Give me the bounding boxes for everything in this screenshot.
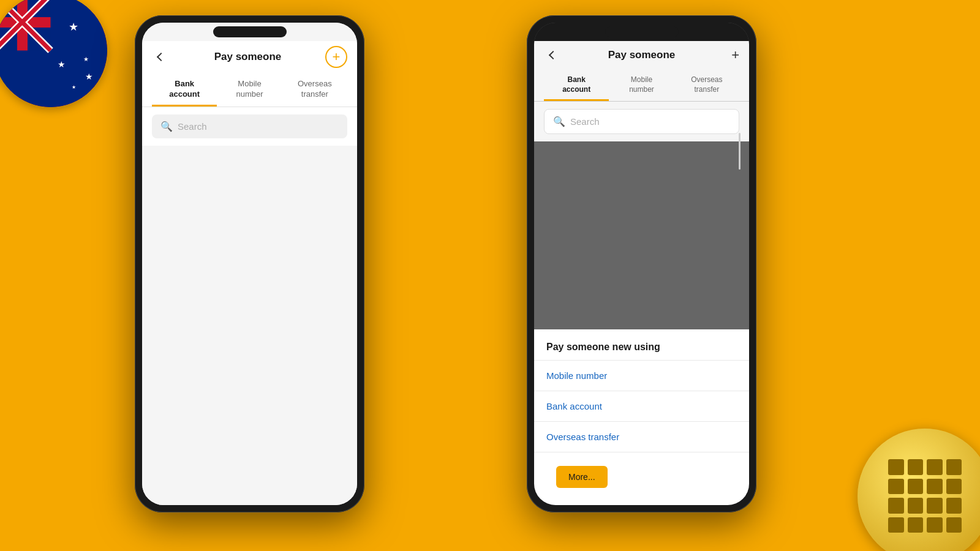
page-title-right: Pay someone (562, 49, 721, 61)
svg-text:★: ★ (72, 84, 76, 90)
back-button-right[interactable] (544, 46, 562, 64)
tab-mobile-number-right[interactable]: Mobile number (609, 69, 674, 101)
tab-bank-account-right[interactable]: Bank account (544, 69, 609, 101)
bottom-sheet-item-bank[interactable]: Bank account (534, 391, 749, 422)
back-button-left[interactable] (152, 48, 170, 66)
content-area-left (142, 146, 357, 505)
tab-bank-account-left[interactable]: Bank account (152, 73, 217, 107)
tabs-right: Bank account Mobile number Overseas tran… (534, 69, 749, 102)
bottom-sheet-item-mobile[interactable]: Mobile number (534, 361, 749, 391)
search-container-left: 🔍 Search (142, 107, 357, 146)
tab-overseas-transfer-right[interactable]: Overseas transfer (674, 69, 739, 101)
add-button-right[interactable]: + (721, 47, 739, 63)
tab-mobile-number-left[interactable]: Mobile number (217, 73, 282, 107)
au-flag-decoration: ★ ★ ★ ★ ★ (0, 0, 107, 107)
scrollbar-right (739, 133, 741, 170)
more-button[interactable]: More... (556, 466, 608, 488)
bottom-sheet-item-overseas[interactable]: Overseas transfer (534, 422, 749, 452)
camera-notch-left (213, 26, 287, 37)
search-container-right: 🔍 Search (534, 102, 749, 141)
add-icon-right: + (731, 47, 739, 63)
camera-notch-right (605, 26, 679, 37)
status-bar-right (534, 23, 749, 41)
phone-left: Pay someone + Bank account Mobile number… (135, 15, 364, 512)
app-header-right: Pay someone + (534, 41, 749, 69)
search-placeholder-left: Search (178, 121, 207, 132)
search-bar-right[interactable]: 🔍 Search (544, 109, 739, 134)
phone-right: Pay someone + Bank account Mobile number… (527, 15, 756, 512)
status-bar-left (142, 23, 357, 41)
tab-overseas-transfer-left[interactable]: Overseas transfer (282, 73, 347, 107)
phone-screen-left: Pay someone + Bank account Mobile number… (142, 23, 357, 505)
svg-text:★: ★ (69, 21, 78, 33)
search-bar-left[interactable]: 🔍 Search (152, 114, 347, 138)
svg-text:★: ★ (83, 56, 89, 62)
bottom-sheet-title: Pay someone new using (534, 329, 749, 361)
phone-screen-right: Pay someone + Bank account Mobile number… (534, 23, 749, 505)
back-arrow-icon-left (157, 53, 165, 61)
phone-frame-left: Pay someone + Bank account Mobile number… (135, 15, 364, 512)
search-placeholder-right: Search (570, 116, 600, 127)
svg-text:★: ★ (85, 72, 93, 81)
phone-frame-right: Pay someone + Bank account Mobile number… (527, 15, 756, 512)
add-button-left[interactable]: + (325, 46, 347, 68)
bottom-sheet-right: Pay someone new using Mobile number Bank… (534, 329, 749, 505)
search-icon-left: 🔍 (160, 121, 173, 132)
gold-coin-decoration (858, 429, 980, 551)
app-header-left: Pay someone + (142, 41, 357, 73)
add-icon-left: + (333, 50, 341, 64)
tabs-left: Bank account Mobile number Overseas tran… (142, 73, 357, 107)
back-arrow-icon-right (549, 51, 557, 59)
svg-text:★: ★ (58, 59, 66, 69)
page-title-left: Pay someone (170, 51, 325, 63)
search-icon-right: 🔍 (553, 116, 565, 127)
content-area-right (534, 141, 749, 331)
